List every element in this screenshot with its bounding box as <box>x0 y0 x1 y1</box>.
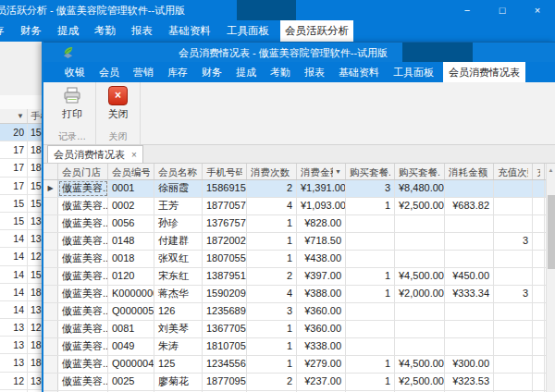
background-phone-cell: 13879 <box>28 213 43 229</box>
background-table-row[interactable]: 2015869 <box>0 124 43 141</box>
background-table-row[interactable]: 1718770 <box>0 141 43 159</box>
grid-row[interactable]: 傲蓝美容...0018张双红1807055...1¥438.00 <box>43 251 546 268</box>
column-header-会员名称[interactable]: 会员名称 <box>154 164 203 179</box>
minimize-button[interactable]: − <box>457 0 477 20</box>
inner-menu-item-考勤[interactable]: 考勤 <box>265 62 295 82</box>
grid-row[interactable]: 傲蓝美容...Q0000041251234556...1¥279.001¥4,5… <box>43 356 546 374</box>
background-table-row[interactable]: 1415902 <box>0 266 43 284</box>
background-table-row[interactable]: 1213600 <box>0 373 43 390</box>
column-header-充值次数[interactable]: 充值次数 <box>494 164 533 179</box>
grid-cell <box>445 251 494 267</box>
background-count-cell: 13 <box>0 337 28 353</box>
grid-row[interactable]: 傲蓝美容...0081刘美琴1367705...1¥360.00 <box>43 321 546 338</box>
outer-menu-item-工具面板[interactable]: 工具面板 <box>222 20 274 42</box>
outer-menu-item-考勤[interactable]: 考勤 <box>90 20 120 42</box>
outer-menu-item-财务[interactable]: 财务 <box>16 20 46 42</box>
inner-menu-item-提成[interactable]: 提成 <box>231 62 261 82</box>
print-button[interactable]: 打印 <box>52 85 92 121</box>
grid-cell: 傲蓝美容... <box>58 251 108 267</box>
background-table-row[interactable]: 1418102 <box>0 284 43 301</box>
column-header-消费金额[interactable]: 消费金额▼ <box>297 164 346 179</box>
grid-cell: ¥1,391.00 <box>297 180 346 197</box>
background-phone-column-header[interactable]: 手机 <box>28 109 43 123</box>
outer-tab-member-activity[interactable]: 会员活跃分析 <box>280 20 353 42</box>
vertical-scrollbar[interactable]: ▲ <box>546 164 555 392</box>
grid-row[interactable]: 傲蓝美容...0049朱涛1810705...1¥338.00 <box>43 338 546 356</box>
background-table-row[interactable]: 1413556 <box>0 230 43 248</box>
outer-menu-item-报表[interactable]: 报表 <box>127 20 157 42</box>
close-report-button[interactable]: × 关闭 <box>98 85 139 121</box>
grid-row[interactable]: 傲蓝美容...0120宋东红1387951...2¥397.001¥4,500.… <box>43 268 546 286</box>
column-header-购买套餐...[interactable]: 购买套餐... <box>395 164 445 179</box>
tab-close-icon[interactable]: × <box>131 150 137 160</box>
column-header-购买套餐...[interactable]: 购买套餐... <box>346 164 395 179</box>
titlebar-dark-region <box>237 0 296 20</box>
grid-cell <box>395 303 445 320</box>
background-table-row[interactable]: 1513879 <box>0 213 43 230</box>
grid-row[interactable]: 傲蓝美容...0056孙珍1376757...1¥828.00 <box>43 215 546 233</box>
background-table-row[interactable]: 1318565 <box>0 337 43 354</box>
background-table-row[interactable]: 1413576 <box>0 301 43 319</box>
grid-cell: ¥300.00 <box>445 356 494 373</box>
ribbon-group-records-caption: 记录… <box>49 130 95 144</box>
background-count-cell: 14 <box>0 230 28 247</box>
printer-icon <box>62 85 82 105</box>
grid-cell: 1 <box>346 198 395 214</box>
close-button[interactable]: × <box>527 0 548 20</box>
outer-menu-item-基础资料[interactable]: 基础资料 <box>164 20 216 42</box>
row-selector-cell <box>43 268 58 285</box>
inner-tab-member-consumption[interactable]: 会员消费情况表 <box>443 62 525 82</box>
grid-cell: 1387951... <box>203 268 247 285</box>
maximize-button[interactable]: □ <box>492 0 512 20</box>
background-table-row[interactable]: 1715170 <box>0 178 43 195</box>
background-table-row[interactable]: 1515975 <box>0 195 43 213</box>
outer-menu-item-clipped[interactable]: 存 <box>0 20 9 42</box>
scrollbar-thumb[interactable] <box>548 195 555 269</box>
grid-row[interactable]: 傲蓝美容...0148付建群1872002...1¥718.503 <box>43 233 546 251</box>
inner-menu-item-库存[interactable]: 库存 <box>163 62 192 82</box>
grid-cell <box>533 180 545 197</box>
column-header-充[interactable]: 充 <box>533 164 545 179</box>
column-header-消耗金额[interactable]: 消耗金额 <box>445 164 494 179</box>
grid-cell: 125 <box>154 356 203 373</box>
grid-cell <box>533 338 545 355</box>
document-tab-label: 会员消费情况表 <box>54 148 125 162</box>
inner-menu-item-会员[interactable]: 会员 <box>94 62 124 82</box>
grid-cell <box>494 198 533 214</box>
inner-menu-item-营销[interactable]: 营销 <box>129 62 158 82</box>
background-table-row[interactable]: 1412356 <box>0 248 43 265</box>
background-table-row[interactable]: 1312345 <box>0 319 43 337</box>
column-header-label: 手机号码 <box>206 165 242 179</box>
background-count-cell: 13 <box>0 354 28 371</box>
background-count-column-header[interactable]: ▼ <box>0 109 28 123</box>
document-tab-member-consumption[interactable]: 会员消费情况表 × <box>47 145 143 163</box>
background-table: ▼ 手机 20158691718770171872017151701515975… <box>0 109 43 392</box>
column-header-会员门店[interactable]: 会员门店 <box>58 164 108 179</box>
column-header-会员编号[interactable]: 会员编号 <box>108 164 154 179</box>
inner-menu-item-基础资料[interactable]: 基础资料 <box>334 62 384 82</box>
column-header-消费次数[interactable]: 消费次数 <box>247 164 297 179</box>
grid-cell: ¥718.50 <box>297 233 346 250</box>
background-phone-cell: 18102 <box>28 284 43 300</box>
grid-row[interactable]: 傲蓝美容...K00000002蒋杰华1590209...4¥388.001¥2… <box>43 286 546 303</box>
scrollbar-up-icon[interactable]: ▲ <box>547 164 555 178</box>
grid-row[interactable]: 傲蓝美容...Q0000051261235689...3¥360.00 <box>43 303 546 321</box>
ribbon-group-close-caption: 关闭 <box>96 130 140 144</box>
inner-menu-item-报表[interactable]: 报表 <box>300 62 329 82</box>
grid-row[interactable]: 傲蓝美容...0002王芳1877057...4¥1,093.001¥2,500… <box>43 198 546 215</box>
inner-menu-item-财务[interactable]: 财务 <box>197 62 227 82</box>
sort-desc-icon: ▼ <box>17 112 24 120</box>
inner-menu-item-收银[interactable]: 收银 <box>60 62 90 82</box>
grid-cell: 1234556... <box>203 356 247 373</box>
grid-cell <box>533 268 545 285</box>
column-header-手机号码[interactable]: 手机号码 <box>203 164 247 179</box>
grid-row[interactable]: 傲蓝美容...0025廖菊花1877095...2¥237.001¥2,500.… <box>43 374 546 391</box>
grid-row[interactable]: ▶傲蓝美容...0001徐丽霞1586915...2¥1,391.003¥8,4… <box>43 180 546 198</box>
grid-cell <box>445 215 494 232</box>
outer-menu-item-提成[interactable]: 提成 <box>53 20 83 42</box>
background-table-row[interactable]: 1718720 <box>0 159 43 177</box>
inner-menu-item-工具面板[interactable]: 工具面板 <box>388 62 438 82</box>
column-header-label: 充 <box>536 165 540 179</box>
grid-cell <box>346 303 395 320</box>
background-table-row[interactable]: 1318070 <box>0 354 43 372</box>
